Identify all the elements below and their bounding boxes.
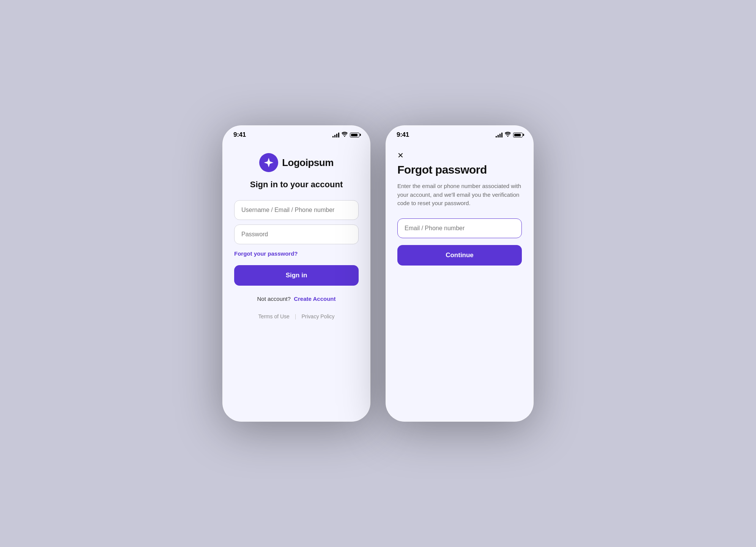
- status-icons-1: [332, 132, 359, 138]
- terms-link[interactable]: Terms of Use: [258, 313, 289, 319]
- wifi-icon: [342, 132, 348, 138]
- forgot-phone: 9:41: [386, 125, 534, 422]
- time-1: 9:41: [233, 131, 246, 139]
- input-group: [234, 200, 359, 244]
- battery-icon: [350, 133, 359, 138]
- signin-title: Sign in to your account: [250, 180, 343, 190]
- battery-icon-2: [513, 133, 523, 138]
- privacy-link[interactable]: Privacy Policy: [301, 313, 334, 319]
- forgot-screen: 9:41: [386, 125, 534, 422]
- close-button[interactable]: ✕: [397, 145, 413, 163]
- forgot-description: Enter the email or phone number associat…: [397, 182, 522, 208]
- signin-phone: 9:41: [222, 125, 370, 422]
- forgot-title: Forgot password: [397, 163, 522, 177]
- wifi-icon-2: [505, 131, 511, 138]
- create-account-link[interactable]: Create Account: [294, 296, 335, 302]
- email-phone-input[interactable]: [397, 218, 522, 238]
- no-account-label: Not account?: [257, 296, 290, 302]
- forgot-content: ✕ Forgot password Enter the email or pho…: [386, 142, 533, 281]
- signin-button[interactable]: Sign in: [234, 265, 359, 286]
- signal-icon: [332, 132, 339, 138]
- forgot-password-link[interactable]: Forgot your password?: [234, 250, 298, 257]
- continue-button[interactable]: Continue: [397, 245, 522, 266]
- logo-icon: [259, 153, 278, 172]
- footer-divider: |: [295, 313, 296, 319]
- time-2: 9:41: [397, 131, 409, 139]
- star-icon: [263, 157, 274, 168]
- scene: 9:41: [222, 125, 534, 422]
- status-bar-2: 9:41: [386, 126, 533, 142]
- create-account-text: Not account? Create Account: [234, 296, 359, 302]
- signin-screen: 9:41: [222, 125, 370, 422]
- signal-icon-2: [496, 132, 502, 138]
- username-input[interactable]: [234, 200, 359, 220]
- status-bar-1: 9:41: [223, 126, 370, 142]
- logo-area: Logoipsum Sign in to your account: [234, 153, 359, 190]
- status-icons-2: [496, 131, 523, 138]
- signin-content: Logoipsum Sign in to your account Forgot…: [223, 142, 370, 335]
- footer-links: Terms of Use | Privacy Policy: [234, 313, 359, 319]
- logo-row: Logoipsum: [259, 153, 334, 172]
- logo-text: Logoipsum: [282, 157, 334, 169]
- password-input[interactable]: [234, 224, 359, 244]
